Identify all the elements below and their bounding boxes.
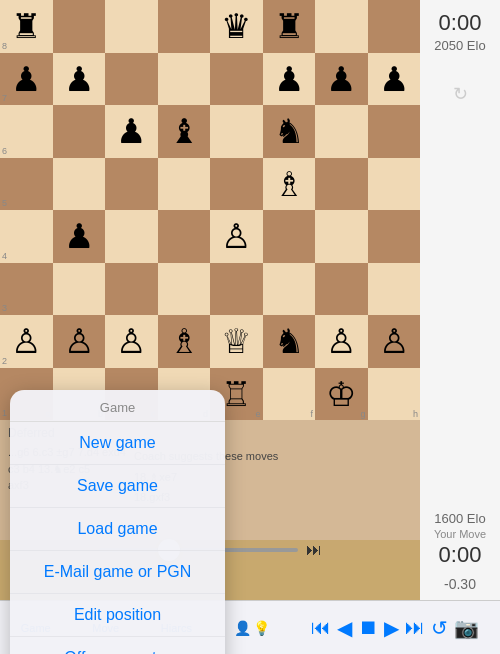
piece-h2: ♙ <box>379 324 409 358</box>
square-e5[interactable] <box>210 158 263 211</box>
piece-g2: ♙ <box>326 324 356 358</box>
square-c2[interactable]: ♙ <box>105 315 158 368</box>
piece-f6: ♞ <box>274 114 304 148</box>
elo-bottom: 1600 Elo <box>434 511 485 526</box>
piece-e1: ♖ <box>221 377 251 411</box>
square-d3[interactable] <box>158 263 211 316</box>
square-a7[interactable]: ♟7 <box>0 53 53 106</box>
elo-top: 2050 Elo <box>434 38 485 53</box>
square-d5[interactable] <box>158 158 211 211</box>
square-g5[interactable] <box>315 158 368 211</box>
square-f1[interactable]: f <box>263 368 316 421</box>
square-g4[interactable] <box>315 210 368 263</box>
menu-item-new-game[interactable]: New game <box>10 422 225 465</box>
square-c7[interactable] <box>105 53 158 106</box>
square-d4[interactable] <box>158 210 211 263</box>
square-e7[interactable] <box>210 53 263 106</box>
toolbar-icons: 👤 💡 <box>234 620 270 636</box>
square-h3[interactable] <box>368 263 421 316</box>
menu-item-email-pgn[interactable]: E-Mail game or PGN <box>10 551 225 594</box>
square-b6[interactable] <box>53 105 106 158</box>
refresh-icon: ↻ <box>453 83 468 105</box>
square-e3[interactable] <box>210 263 263 316</box>
nav-stop-btn[interactable]: ⏹ <box>358 616 378 639</box>
chess-board[interactable]: ♜8♛♜♟7♟♟♟♟6♟♝♞5♗4♟♙3♙2♙♙♗♕♞♙♙1abcd♖ef♔gh <box>0 0 420 420</box>
square-h5[interactable] <box>368 158 421 211</box>
square-b5[interactable] <box>53 158 106 211</box>
square-b3[interactable] <box>53 263 106 316</box>
square-b4[interactable]: ♟ <box>53 210 106 263</box>
square-h2[interactable]: ♙ <box>368 315 421 368</box>
square-a3[interactable]: 3 <box>0 263 53 316</box>
nav-next-btn[interactable]: ▶ <box>384 616 399 640</box>
square-f2[interactable]: ♞ <box>263 315 316 368</box>
menu-item-load-game[interactable]: Load game <box>10 508 225 551</box>
square-c6[interactable]: ♟ <box>105 105 158 158</box>
piece-a2: ♙ <box>11 324 41 358</box>
square-d6[interactable]: ♝ <box>158 105 211 158</box>
square-c8[interactable] <box>105 0 158 53</box>
nav-end-btn[interactable]: ⏭ <box>405 616 425 639</box>
piece-e8: ♛ <box>221 9 251 43</box>
square-c3[interactable] <box>105 263 158 316</box>
piece-h7: ♟ <box>379 62 409 96</box>
piece-a8: ♜ <box>11 9 41 43</box>
piece-f8: ♜ <box>274 9 304 43</box>
piece-f7: ♟ <box>274 62 304 96</box>
square-f7[interactable]: ♟ <box>263 53 316 106</box>
square-e6[interactable] <box>210 105 263 158</box>
square-a2[interactable]: ♙2 <box>0 315 53 368</box>
score-display: -0.30 <box>444 576 476 592</box>
piece-b4: ♟ <box>64 219 94 253</box>
square-f8[interactable]: ♜ <box>263 0 316 53</box>
piece-e2: ♕ <box>221 324 251 358</box>
square-g1[interactable]: ♔g <box>315 368 368 421</box>
square-c5[interactable] <box>105 158 158 211</box>
timer-bottom: 0:00 <box>439 542 482 568</box>
square-d2[interactable]: ♗ <box>158 315 211 368</box>
menu-item-edit-position[interactable]: Edit position <box>10 594 225 637</box>
square-g3[interactable] <box>315 263 368 316</box>
your-move-label: Your Move <box>434 528 486 540</box>
right-panel: 0:00 2050 Elo ↻ 1600 Elo Your Move 0:00 … <box>420 0 500 600</box>
square-f6[interactable]: ♞ <box>263 105 316 158</box>
square-a6[interactable]: 6 <box>0 105 53 158</box>
piece-c6: ♟ <box>116 114 146 148</box>
square-g2[interactable]: ♙ <box>315 315 368 368</box>
timer-top: 0:00 <box>439 10 482 36</box>
square-g8[interactable] <box>315 0 368 53</box>
square-a4[interactable]: 4 <box>0 210 53 263</box>
square-h7[interactable]: ♟ <box>368 53 421 106</box>
square-h1[interactable]: h <box>368 368 421 421</box>
square-h8[interactable] <box>368 0 421 53</box>
square-h4[interactable] <box>368 210 421 263</box>
square-e4[interactable]: ♙ <box>210 210 263 263</box>
toolbar-lightbulb-icon: 💡 <box>253 620 270 636</box>
square-c4[interactable] <box>105 210 158 263</box>
square-b8[interactable] <box>53 0 106 53</box>
nav-camera-btn[interactable]: 📷 <box>454 616 479 640</box>
slider-next-icon[interactable]: ⏭ <box>306 541 322 559</box>
square-b2[interactable]: ♙ <box>53 315 106 368</box>
nav-prev-btn[interactable]: ◀ <box>337 616 352 640</box>
menu-item-offer-computer[interactable]: Offer computer <box>10 637 225 654</box>
menu-item-save-game[interactable]: Save game <box>10 465 225 508</box>
square-d7[interactable] <box>158 53 211 106</box>
piece-f2: ♞ <box>274 324 304 358</box>
square-g6[interactable] <box>315 105 368 158</box>
square-e8[interactable]: ♛ <box>210 0 263 53</box>
square-g7[interactable]: ♟ <box>315 53 368 106</box>
nav-rotate-btn[interactable]: ↺ <box>431 616 448 640</box>
square-f4[interactable] <box>263 210 316 263</box>
square-f3[interactable] <box>263 263 316 316</box>
square-a8[interactable]: ♜8 <box>0 0 53 53</box>
square-e2[interactable]: ♕ <box>210 315 263 368</box>
square-a5[interactable]: 5 <box>0 158 53 211</box>
square-d8[interactable] <box>158 0 211 53</box>
square-h6[interactable] <box>368 105 421 158</box>
piece-d2: ♗ <box>169 324 199 358</box>
square-f5[interactable]: ♗ <box>263 158 316 211</box>
piece-e4: ♙ <box>221 219 251 253</box>
square-b7[interactable]: ♟ <box>53 53 106 106</box>
nav-start-btn[interactable]: ⏮ <box>311 616 331 639</box>
